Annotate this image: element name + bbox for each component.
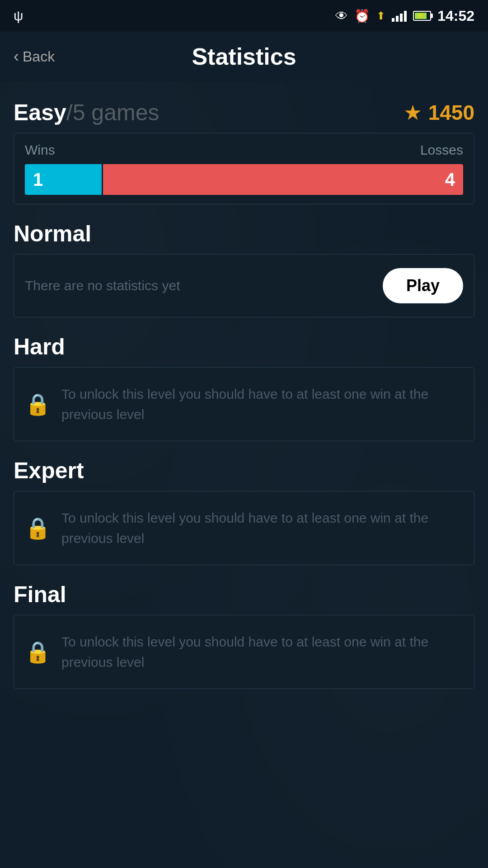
star-icon: ★ [404, 100, 422, 125]
easy-title: Easy [14, 100, 66, 125]
final-lock-icon: 🔒 [25, 640, 51, 664]
score-area: ★ 1450 [404, 100, 474, 125]
easy-title-group: Easy/5 games [14, 99, 159, 126]
no-stats-text: There are no statistics yet [25, 278, 180, 293]
hard-lock-icon: 🔒 [25, 392, 51, 416]
final-locked-card: 🔒 To unlock this level you should have t… [14, 615, 474, 689]
final-section-header: Final [14, 581, 474, 608]
back-button[interactable]: ‹ Back [14, 47, 55, 66]
hard-locked-card: 🔒 To unlock this level you should have t… [14, 367, 474, 441]
back-label[interactable]: Back [23, 48, 55, 65]
losses-value: 4 [445, 170, 455, 190]
stats-labels-row: Wins Losses [25, 142, 463, 158]
usb-icon: ψ [14, 8, 23, 24]
wins-bar: 1 [25, 164, 102, 195]
back-chevron-icon: ‹ [14, 47, 19, 66]
losses-bar: 4 [103, 164, 463, 195]
signal-bars [392, 10, 407, 22]
wins-label: Wins [25, 142, 55, 158]
battery-bolt: ⚡ [417, 13, 424, 19]
eye-icon: 👁 [335, 9, 348, 24]
nav-header: ‹ Back Statistics [0, 32, 488, 81]
easy-stats-card: Wins Losses 1 4 [14, 133, 474, 204]
wins-losses-bar: 1 4 [25, 164, 463, 195]
status-bar: ψ 👁 ⏰ ⬆ ⚡ 14:52 [0, 0, 488, 32]
main-content: Easy/5 games ★ 1450 Wins Losses 1 4 Norm… [0, 81, 488, 703]
alarm-icon: ⏰ [354, 9, 370, 24]
status-bar-right: 👁 ⏰ ⬆ ⚡ 14:52 [335, 8, 474, 24]
arrow-icon: ⬆ [376, 9, 385, 22]
easy-section-header: Easy/5 games ★ 1450 [14, 99, 474, 126]
final-title: Final [14, 582, 66, 607]
normal-section-header: Normal [14, 221, 474, 247]
expert-lock-icon: 🔒 [25, 516, 51, 540]
page-title: Statistics [192, 43, 296, 70]
score-value: 1450 [428, 100, 474, 125]
expert-title: Expert [14, 458, 84, 483]
expert-section-header: Expert [14, 458, 474, 484]
normal-title: Normal [14, 221, 91, 246]
status-bar-left: ψ [14, 8, 23, 24]
hard-title: Hard [14, 334, 65, 359]
hard-section-header: Hard [14, 334, 474, 360]
losses-label: Losses [420, 142, 463, 158]
battery-icon: ⚡ [413, 11, 431, 21]
expert-locked-text: To unlock this level you should have to … [61, 508, 463, 548]
hard-locked-text: To unlock this level you should have to … [61, 384, 463, 425]
wins-value: 1 [33, 170, 43, 190]
expert-locked-card: 🔒 To unlock this level you should have t… [14, 491, 474, 565]
easy-subtitle: /5 games [66, 100, 160, 125]
play-button[interactable]: Play [383, 268, 463, 303]
normal-play-card: There are no statistics yet Play [14, 254, 474, 317]
status-time: 14:52 [437, 8, 474, 24]
final-locked-text: To unlock this level you should have to … [61, 632, 463, 672]
